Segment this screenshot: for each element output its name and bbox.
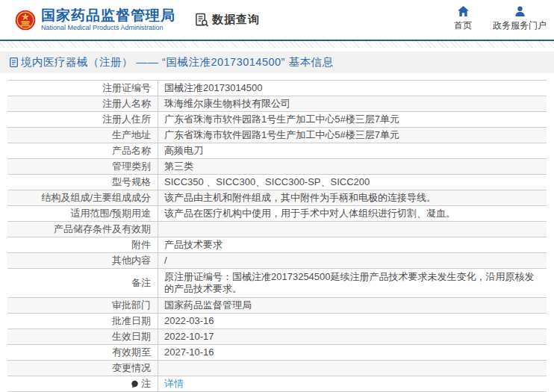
row-value: 国家药品监督管理局 <box>158 298 547 313</box>
table-row: 审批部门 国家药品监督管理局 <box>7 298 547 314</box>
row-label: 有效期至 <box>7 345 158 360</box>
row-label: 审批部门 <box>7 298 158 313</box>
page-icon <box>10 57 18 67</box>
row-value: 详情 <box>158 376 547 391</box>
data-query-label: 数据查询 <box>212 13 260 27</box>
row-label: 产品名称 <box>7 143 158 158</box>
nav-portal[interactable]: 政务服务门户 <box>493 6 547 32</box>
data-query-menu[interactable]: 数据查询 <box>195 13 260 27</box>
detail-link[interactable]: 详情 <box>164 378 184 390</box>
title-bar: 境内医疗器械（注册） —— “国械注准20173014500” 基本信息 <box>0 52 554 73</box>
row-label: 其他内容 <box>7 253 158 268</box>
row-label: 注 <box>7 376 158 391</box>
row-label: 注册人住所 <box>7 112 158 127</box>
table-row: 产品名称 高频电刀 <box>7 143 547 159</box>
row-value: 2027-10-16 <box>158 345 547 360</box>
national-emblem-icon <box>15 10 36 31</box>
table-row: 注册证编号 国械注准20173014500 <box>7 81 547 96</box>
hatch-divider <box>0 41 554 48</box>
org-name-en: National Medical Products Administration <box>41 25 175 31</box>
row-value: 第三类 <box>158 159 547 174</box>
row-label: 适用范围/预期用途 <box>7 206 158 221</box>
nav-home-label: 首页 <box>454 19 472 32</box>
nav-portal-label: 政务服务门户 <box>493 19 547 32</box>
table-row: 生效日期 2022-10-17 <box>7 329 547 345</box>
page-title: 境内医疗器械（注册） —— “国械注准20173014500” 基本信息 <box>21 55 333 69</box>
row-value: 广东省珠海市软件园路1号生产加工中心5#楼三层7单元 <box>158 128 547 143</box>
row-value: 该产品由主机和附件组成，其中附件为手柄和电极的连接导线。 <box>158 190 547 205</box>
note-bubble-icon <box>131 380 139 388</box>
table-row: 结构及组成/主要组成成分 该产品由主机和附件组成，其中附件为手柄和电极的连接导线… <box>7 190 547 206</box>
table-row: 其他内容 / <box>7 253 547 269</box>
table-row: 生产地址 广东省珠海市软件园路1号生产加工中心5#楼三层7单元 <box>7 128 547 143</box>
row-label: 注册人名称 <box>7 96 158 111</box>
row-label: 管理类别 <box>7 159 158 174</box>
row-label: 结构及组成/主要组成成分 <box>7 190 158 205</box>
row-value: 产品技术要求 <box>158 237 547 252</box>
row-value: 该产品在医疗机构中使用，用于手术中对人体组织进行切割、凝血。 <box>158 206 547 221</box>
row-label: 产品储存条件及有效期 <box>7 222 158 237</box>
document-search-icon <box>195 13 209 27</box>
row-value <box>158 361 547 376</box>
table-row: 注册人名称 珠海维尔康生物科技有限公司 <box>7 96 547 112</box>
user-icon <box>514 6 526 16</box>
table-row-note: 注 详情 <box>7 376 547 392</box>
table-row: 备注 原注册证编号：国械注准20173254500延续注册产品技术要求未发生变化… <box>7 269 547 298</box>
site-header: 国家药品监督管理局 National Medical Products Admi… <box>0 0 554 41</box>
registration-info-table: 注册证编号 国械注准20173014500 注册人名称 珠海维尔康生物科技有限公… <box>7 80 547 392</box>
row-value: 高频电刀 <box>158 143 547 158</box>
row-label: 型号规格 <box>7 175 158 190</box>
table-row: 注册人住所 广东省珠海市软件园路1号生产加工中心5#楼三层7单元 <box>7 112 547 128</box>
nmpa-logo[interactable]: 国家药品监督管理局 National Medical Products Admi… <box>15 8 175 31</box>
table-row: 有效期至 2027-10-16 <box>7 345 547 361</box>
note-label: 注 <box>141 378 151 390</box>
row-label: 批准日期 <box>7 314 158 329</box>
row-label: 生产地址 <box>7 128 158 143</box>
table-row: 型号规格 SICC350 、SICC300、SICC300-SP、SICC200 <box>7 175 547 190</box>
table-row: 附件 产品技术要求 <box>7 237 547 253</box>
table-row: 管理类别 第三类 <box>7 159 547 175</box>
table-row: 批准日期 2022-03-16 <box>7 314 547 329</box>
row-value: 2022-03-16 <box>158 314 547 329</box>
row-value: 广东省珠海市软件园路1号生产加工中心5#楼三层7单元 <box>158 112 547 127</box>
row-value: 珠海维尔康生物科技有限公司 <box>158 96 547 111</box>
table-row: 适用范围/预期用途 该产品在医疗机构中使用，用于手术中对人体组织进行切割、凝血。 <box>7 206 547 222</box>
row-label: 生效日期 <box>7 329 158 344</box>
home-icon <box>458 6 469 16</box>
table-row: 产品储存条件及有效期 <box>7 222 547 237</box>
row-label: 备注 <box>7 269 158 297</box>
org-name-zh: 国家药品监督管理局 <box>41 8 175 23</box>
row-label: 注册证编号 <box>7 81 158 96</box>
row-value: 2022-10-17 <box>158 329 547 344</box>
row-value: / <box>158 253 547 268</box>
row-value: 原注册证编号：国械注准20173254500延续注册产品技术要求未发生变化，沿用… <box>158 269 547 297</box>
row-value: 国械注准20173014500 <box>158 81 547 96</box>
nav-home[interactable]: 首页 <box>454 6 472 32</box>
table-row: 变更情况 <box>7 361 547 376</box>
row-label: 变更情况 <box>7 361 158 376</box>
row-value <box>158 222 547 237</box>
top-nav: 首页 政务服务门户 <box>433 6 547 32</box>
row-value: SICC350 、SICC300、SICC300-SP、SICC200 <box>158 175 547 190</box>
row-label: 附件 <box>7 237 158 252</box>
